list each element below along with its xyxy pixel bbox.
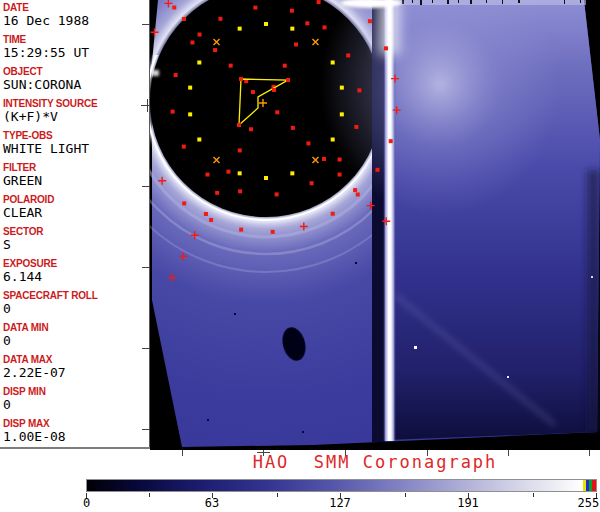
fiducial-dot bbox=[290, 9, 294, 13]
colorbar-end-stripe bbox=[586, 480, 589, 491]
fiducial-dot bbox=[353, 188, 357, 192]
fiducial-dot bbox=[182, 17, 186, 21]
field-value: 0 bbox=[3, 333, 147, 348]
colorbar-end-stripe bbox=[592, 480, 596, 491]
right-edge-shadow bbox=[587, 170, 600, 432]
fiducial-dot bbox=[218, 17, 222, 21]
fiducial-dot bbox=[229, 64, 233, 68]
fiducial-dot bbox=[197, 61, 201, 65]
fiducial-dot bbox=[251, 90, 255, 94]
colorbar-minor-tick bbox=[405, 493, 406, 497]
field-intensity-source: INTENSITY SOURCE(K+F)*V bbox=[3, 98, 147, 124]
field-type-obs: TYPE-OBSWHITE LIGHT bbox=[3, 130, 147, 156]
fiducial-dot bbox=[237, 123, 241, 127]
fiducial-dot bbox=[172, 6, 176, 10]
field-label: OBJECT bbox=[3, 66, 147, 77]
colorbar-tick-label: 255 bbox=[578, 496, 600, 510]
fiducial-dot bbox=[188, 86, 192, 90]
coronagraph-image bbox=[150, 0, 600, 450]
field-value: 2.22E-07 bbox=[3, 365, 147, 380]
fiducial-dot bbox=[317, 0, 321, 4]
fiducial-dot bbox=[239, 228, 243, 232]
field-label: TYPE-OBS bbox=[3, 130, 147, 141]
field-label: POLAROID bbox=[3, 194, 147, 205]
fiducial-dot bbox=[331, 212, 335, 216]
fiducial-dot bbox=[384, 46, 388, 50]
coronagraph-viewer: DATE16 Dec 1988TIME15:29:55 UTOBJECTSUN:… bbox=[0, 0, 600, 512]
field-data-max: DATA MAX2.22E-07 bbox=[3, 354, 147, 380]
colorbar-minor-tick bbox=[277, 493, 278, 497]
fiducial-dot bbox=[323, 25, 327, 29]
fiducial-dot bbox=[271, 230, 275, 234]
field-object: OBJECTSUN:CORONA bbox=[3, 66, 147, 92]
fiducial-dot bbox=[346, 53, 350, 57]
fiducial-dot bbox=[238, 27, 242, 31]
fiducial-dot bbox=[238, 148, 242, 152]
colorbar-tick-label: 63 bbox=[205, 496, 219, 510]
field-value: S bbox=[3, 237, 147, 252]
fiducial-dot bbox=[290, 171, 294, 175]
fiducial-dot bbox=[356, 192, 360, 196]
field-value: 0 bbox=[3, 397, 147, 412]
left-edge-flare bbox=[152, 70, 159, 76]
fiducial-dot bbox=[357, 88, 361, 92]
field-label: DISP MIN bbox=[3, 386, 147, 397]
field-value: 15:29:55 UT bbox=[3, 45, 147, 60]
field-label: DATA MAX bbox=[3, 354, 147, 365]
colorbar-tick-label: 0 bbox=[83, 496, 90, 510]
field-label: DISP MAX bbox=[3, 418, 147, 429]
fiducial-dot bbox=[204, 212, 208, 216]
fiducial-dot bbox=[264, 176, 268, 180]
fiducial-dot bbox=[306, 141, 310, 145]
field-label: EXPOSURE bbox=[3, 258, 147, 269]
field-value: 1.00E-08 bbox=[3, 429, 147, 444]
fiducial-dot bbox=[213, 48, 217, 52]
fiducial-dot bbox=[275, 110, 279, 114]
field-spacecraft-roll: SPACECRAFT ROLL0 bbox=[3, 290, 147, 316]
field-data-min: DATA MIN0 bbox=[3, 322, 147, 348]
colorbar bbox=[86, 479, 597, 492]
fiducial-dot bbox=[264, 22, 268, 26]
field-label: DATA MIN bbox=[3, 322, 147, 333]
fiducial-dot bbox=[171, 110, 175, 114]
fiducial-dot bbox=[182, 201, 186, 205]
colorbar-minor-tick bbox=[533, 493, 534, 497]
plot-title: HAO SMM Coronagraph bbox=[150, 452, 600, 472]
field-value: 0 bbox=[3, 301, 147, 316]
fiducial-dot bbox=[322, 157, 326, 161]
field-disp-min: DISP MIN0 bbox=[3, 386, 147, 412]
fiducial-dot bbox=[338, 173, 342, 177]
field-value: 16 Dec 1988 bbox=[3, 13, 147, 28]
field-label: SECTOR bbox=[3, 226, 147, 237]
fiducial-dot bbox=[226, 170, 230, 174]
field-value: CLEAR bbox=[3, 205, 147, 220]
field-sector: SECTORS bbox=[3, 226, 147, 252]
fiducial-dot bbox=[290, 27, 294, 31]
fiducial-dot bbox=[239, 77, 243, 81]
fiducial-dot bbox=[340, 112, 344, 116]
colorbar-tick-label: 191 bbox=[457, 496, 479, 510]
field-exposure: EXPOSURE6.144 bbox=[3, 258, 147, 284]
fiducial-dot bbox=[294, 42, 298, 46]
metadata-sidebar: DATE16 Dec 1988TIME15:29:55 UTOBJECTSUN:… bbox=[0, 0, 148, 448]
colorbar-tick-label: 127 bbox=[329, 496, 351, 510]
fiducial-dot bbox=[198, 33, 202, 37]
fiducial-dot bbox=[190, 40, 194, 44]
fiducial-dot bbox=[205, 173, 209, 177]
field-filter: FILTERGREEN bbox=[3, 162, 147, 188]
field-label: SPACECRAFT ROLL bbox=[3, 290, 147, 301]
field-time: TIME15:29:55 UT bbox=[3, 34, 147, 60]
streak-top-glow bbox=[378, 0, 400, 55]
fiducial-dot bbox=[389, 139, 393, 143]
colorbar-end-stripe bbox=[583, 480, 586, 491]
fiducial-dot bbox=[197, 138, 201, 142]
field-value: 6.144 bbox=[3, 269, 147, 284]
fiducial-dot bbox=[286, 78, 290, 82]
field-value: GREEN bbox=[3, 173, 147, 188]
fiducial-dot bbox=[249, 127, 253, 131]
fiducial-dot bbox=[331, 61, 335, 65]
fiducial-dot bbox=[215, 191, 219, 195]
fiducial-dot bbox=[174, 73, 178, 77]
fiducial-dot bbox=[283, 64, 287, 68]
field-label: INTENSITY SOURCE bbox=[3, 98, 147, 109]
